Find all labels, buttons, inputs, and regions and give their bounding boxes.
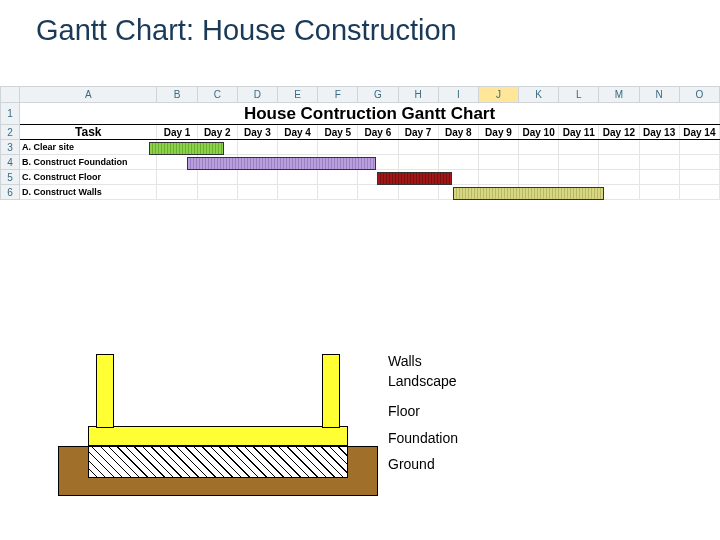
foundation-shape — [88, 446, 348, 478]
row-3[interactable]: 3 — [1, 140, 20, 155]
day-header: Day 3 — [237, 125, 277, 140]
diagram-labels: Walls Landscape Floor Foundation Ground — [388, 354, 458, 477]
bar-foundation — [187, 157, 376, 170]
col-E[interactable]: E — [278, 87, 318, 103]
day-header: Day 6 — [358, 125, 398, 140]
label-landscape: Landscape — [388, 374, 458, 389]
day-header: Day 5 — [318, 125, 358, 140]
day-header: Day 1 — [157, 125, 197, 140]
col-L[interactable]: L — [559, 87, 599, 103]
task-label: D. Construct Walls — [20, 185, 157, 200]
floor-shape — [88, 426, 348, 446]
col-F[interactable]: F — [318, 87, 358, 103]
col-B[interactable]: B — [157, 87, 197, 103]
col-H[interactable]: H — [398, 87, 438, 103]
col-K[interactable]: K — [519, 87, 559, 103]
label-walls: Walls — [388, 354, 458, 369]
row-4[interactable]: 4 — [1, 155, 20, 170]
col-M[interactable]: M — [599, 87, 639, 103]
day-header: Day 14 — [679, 125, 719, 140]
row-5[interactable]: 5 — [1, 170, 20, 185]
label-floor: Floor — [388, 404, 458, 419]
col-A[interactable]: A — [20, 87, 157, 103]
bar-walls — [453, 187, 604, 200]
row-6[interactable]: 6 — [1, 185, 20, 200]
col-I[interactable]: I — [438, 87, 478, 103]
col-J[interactable]: J — [478, 87, 518, 103]
day-header: Day 10 — [519, 125, 559, 140]
wall-left-shape — [96, 354, 114, 428]
day-header: Day 8 — [438, 125, 478, 140]
task-label: C. Construct Floor — [20, 170, 157, 185]
label-ground: Ground — [388, 457, 458, 472]
day-header: Day 11 — [559, 125, 599, 140]
col-D[interactable]: D — [237, 87, 277, 103]
row-2[interactable]: 2 — [1, 125, 20, 140]
page-title: Gantt Chart: House Construction — [36, 14, 457, 47]
day-header: Day 7 — [398, 125, 438, 140]
label-foundation: Foundation — [388, 431, 458, 446]
task-label: A. Clear site — [20, 140, 157, 155]
day-header: Day 9 — [478, 125, 518, 140]
bar-clear-site — [149, 142, 224, 155]
task-label: B. Construct Foundation — [20, 155, 157, 170]
day-header: Day 4 — [278, 125, 318, 140]
col-O[interactable]: O — [679, 87, 719, 103]
row-1[interactable]: 1 — [1, 103, 20, 125]
chart-title: House Contruction Gantt Chart — [20, 103, 720, 125]
column-headers: A B C D E F G H I J K L M N O — [1, 87, 720, 103]
day-header: Day 13 — [639, 125, 679, 140]
col-N[interactable]: N — [639, 87, 679, 103]
day-header: Day 12 — [599, 125, 639, 140]
house-diagram — [58, 354, 378, 514]
col-G[interactable]: G — [358, 87, 398, 103]
wall-right-shape — [322, 354, 340, 428]
bar-floor — [377, 172, 452, 185]
day-header: Day 2 — [197, 125, 237, 140]
spreadsheet: A B C D E F G H I J K L M N O 1 House Co… — [0, 86, 720, 200]
task-header: Task — [20, 125, 157, 140]
col-C[interactable]: C — [197, 87, 237, 103]
